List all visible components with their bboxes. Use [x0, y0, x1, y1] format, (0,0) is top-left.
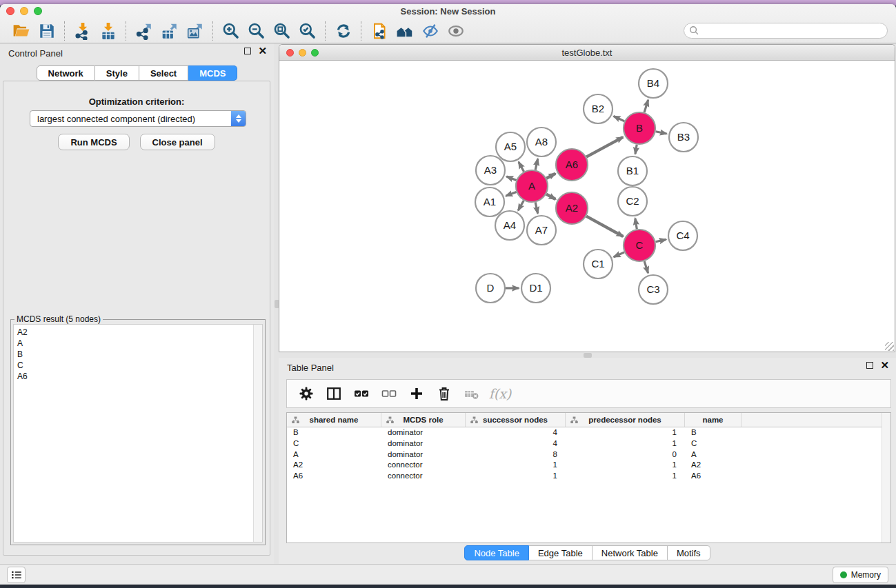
tab-style[interactable]: Style	[95, 65, 139, 81]
mcds-result-item[interactable]: B	[17, 349, 262, 360]
import-table-icon[interactable]	[95, 20, 121, 42]
open-session-icon[interactable]	[8, 20, 34, 42]
column-header-successor-nodes[interactable]: successor nodes	[466, 413, 566, 427]
create-column-icon[interactable]	[404, 382, 429, 405]
status-bar: Memory	[0, 564, 896, 585]
graph-edge-A6-B[interactable]	[586, 137, 623, 157]
birds-eye-view-icon[interactable]	[443, 20, 468, 42]
save-session-icon[interactable]	[34, 20, 59, 42]
table-cell: 4	[466, 438, 566, 449]
run-mcds-button[interactable]: Run MCDS	[58, 134, 129, 150]
float-table-panel-icon[interactable]	[866, 362, 873, 369]
export-image-icon[interactable]	[182, 20, 208, 42]
tab-network[interactable]: Network	[37, 65, 95, 81]
table-cell: 1	[566, 471, 685, 482]
network-window-titlebar: testGlobe.txt	[279, 45, 895, 61]
mcds-result-list[interactable]: A2ABCA6	[13, 324, 263, 543]
criterion-select[interactable]: largest connected component (directed)	[30, 110, 246, 127]
tab-edge-table[interactable]: Edge Table	[529, 545, 593, 560]
fx-label: f(x)	[488, 386, 512, 401]
tab-node-table[interactable]: Node Table	[464, 545, 529, 560]
network-from-file-icon[interactable]	[366, 20, 392, 42]
table-cell: 1	[566, 427, 685, 438]
graph-edge-C-C1[interactable]	[614, 252, 624, 257]
graph-node-label: D	[487, 282, 495, 294]
network-canvas[interactable]: B4B2BB3A8A5A6A3B1AA1C2A2A4A7C4CC1DD1C3	[279, 61, 895, 352]
graph-edge-A2-C[interactable]	[586, 216, 623, 236]
graph-edge-A-A6[interactable]	[546, 174, 555, 179]
table-row[interactable]: A6connector11A6	[287, 471, 890, 482]
table-cell: connector	[381, 471, 466, 482]
graph-edge-C-C4[interactable]	[655, 239, 666, 241]
search-input[interactable]	[684, 23, 888, 39]
graph-edge-B-B3[interactable]	[656, 132, 667, 134]
graph-edge-A-A4[interactable]	[518, 201, 524, 210]
column-header-shared-name[interactable]: shared name	[287, 413, 381, 427]
float-panel-icon[interactable]	[244, 48, 251, 54]
close-table-panel-icon[interactable]: ✕	[880, 362, 889, 369]
criterion-value: largest connected component (directed)	[30, 114, 231, 124]
network-view-window: testGlobe.txt B4B2BB3A8A5A6A3B1AA1C2A2A4…	[279, 44, 895, 352]
main-toolbar	[0, 18, 896, 43]
close-panel-button[interactable]: Close panel	[140, 134, 215, 150]
graph-edge-B-B1[interactable]	[635, 145, 637, 154]
column-header-name[interactable]: name	[685, 413, 741, 427]
function-builder-icon[interactable]: f(x)	[487, 382, 512, 405]
tab-network-table[interactable]: Network Table	[593, 545, 668, 560]
graph-edge-C-C3[interactable]	[644, 261, 648, 273]
import-network-icon[interactable]	[70, 20, 95, 42]
horizontal-splitter-handle[interactable]	[584, 353, 592, 358]
graph-edge-A-A1[interactable]	[506, 192, 516, 196]
table-cell: A6	[685, 471, 741, 482]
home-view-icon[interactable]	[392, 20, 417, 42]
mcds-result-item[interactable]: C	[17, 360, 262, 371]
graph-edge-A-A5[interactable]	[519, 162, 524, 172]
table-row[interactable]: Cdominator41C	[287, 438, 890, 449]
graph-edge-C-C2[interactable]	[635, 219, 637, 230]
close-panel-icon[interactable]: ✕	[258, 48, 267, 54]
table-cell: 1	[466, 460, 566, 471]
column-header-MCDS-role[interactable]: MCDS role	[381, 413, 466, 427]
optimization-criterion-label: Optimization criterion:	[3, 97, 270, 107]
mcds-result-item[interactable]: A2	[17, 327, 262, 338]
zoom-out-icon[interactable]	[243, 20, 269, 42]
tab-select[interactable]: Select	[139, 65, 188, 81]
table-row[interactable]: Bdominator41B	[287, 427, 890, 438]
mcds-result-item[interactable]: A	[17, 338, 262, 349]
column-header-predecessor-nodes[interactable]: predecessor nodes	[566, 413, 685, 427]
hide-graphics-details-icon[interactable]	[417, 20, 443, 42]
export-table-icon[interactable]	[157, 20, 182, 42]
table-settings-icon[interactable]	[294, 382, 319, 405]
table-row[interactable]: A2connector11A2	[287, 460, 890, 471]
table-row[interactable]: Adominator80A	[287, 449, 890, 460]
refresh-network-icon[interactable]	[330, 20, 356, 42]
table-tabs: Node TableEdge TableNetwork TableMotifs	[279, 545, 896, 560]
toggle-panels-icon[interactable]	[321, 382, 346, 405]
mcds-result-item[interactable]: A6	[17, 371, 262, 382]
table-cell: dominator	[381, 427, 466, 438]
graph-node-label: D1	[529, 282, 542, 294]
graph-edge-B-B2[interactable]	[614, 116, 625, 121]
graph-edge-A-A7[interactable]	[535, 202, 538, 213]
graph-edge-B-B4[interactable]	[644, 100, 648, 112]
main-content: Control Panel ✕ NetworkStyleSelectMCDS O…	[0, 43, 896, 564]
delete-table-icon[interactable]	[459, 382, 484, 405]
delete-column-icon[interactable]	[432, 382, 457, 405]
resize-grip-icon[interactable]	[885, 342, 894, 351]
scrollbar-track[interactable]	[253, 325, 262, 542]
show-panels-button[interactable]	[7, 567, 26, 583]
tab-motifs[interactable]: Motifs	[668, 545, 710, 560]
zoom-selected-icon[interactable]	[295, 20, 320, 42]
graph-edge-A-A8[interactable]	[535, 159, 538, 170]
graph-edge-A-A2[interactable]	[546, 194, 555, 199]
memory-button[interactable]: Memory	[833, 567, 888, 583]
zoom-in-icon[interactable]	[218, 20, 243, 42]
graph-edge-A-A3[interactable]	[506, 176, 516, 180]
zoom-fit-icon[interactable]	[269, 20, 295, 42]
table-cell: A	[287, 449, 381, 460]
select-all-icon[interactable]	[349, 382, 374, 405]
tab-mcds[interactable]: MCDS	[188, 65, 237, 81]
export-network-icon[interactable]	[131, 20, 157, 42]
table-scrollbar-track[interactable]	[882, 413, 890, 543]
deselect-all-icon[interactable]	[377, 382, 401, 405]
